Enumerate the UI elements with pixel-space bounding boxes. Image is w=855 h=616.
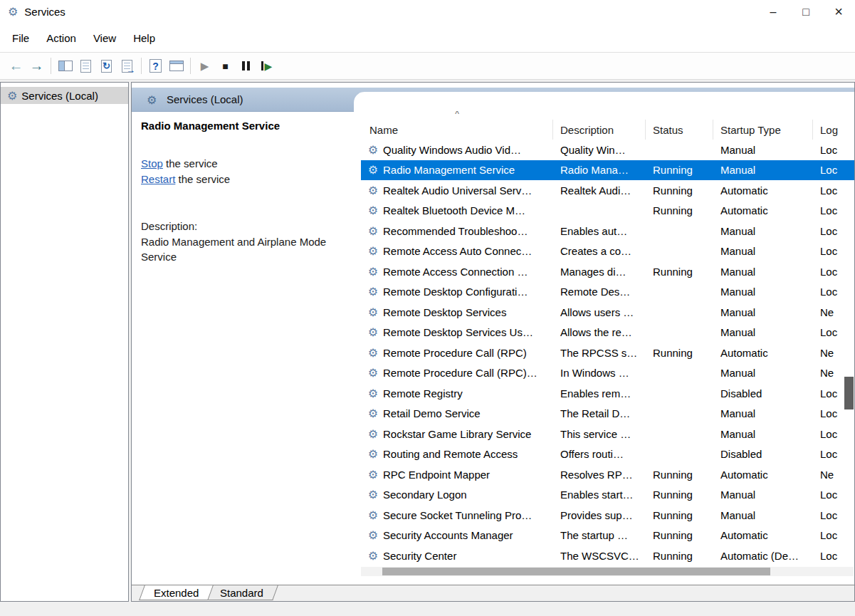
service-row[interactable]: ⚙Security CenterThe WSCSVC…RunningAutoma… (361, 545, 854, 566)
service-row[interactable]: ⚙Routing and Remote AccessOffers routi…D… (361, 444, 854, 465)
service-name: Remote Desktop Services Us… (383, 326, 533, 338)
service-row[interactable]: ⚙Remote RegistryEnables rem…DisabledLoc (361, 383, 854, 404)
service-description-cell: Allows the re… (553, 323, 646, 343)
stop-service-icon: ■ (222, 61, 228, 72)
forward-button[interactable]: → (26, 56, 47, 75)
service-gear-icon: ⚙ (367, 204, 379, 217)
stop-service-button[interactable]: ■ (215, 56, 236, 75)
service-row[interactable]: ⚙Remote Access Connection …Manages di…Ru… (361, 261, 854, 282)
service-name: Secondary Logon (383, 489, 467, 501)
menu-file[interactable]: File (4, 28, 38, 48)
column-header-startup-type[interactable]: Startup Type (713, 120, 813, 140)
column-header-status[interactable]: Status (646, 120, 713, 140)
horizontal-scrollbar-thumb[interactable] (382, 568, 770, 575)
service-name-cell: ⚙Secure Socket Tunneling Pro… (361, 505, 553, 526)
service-startup-type-cell: Manual (713, 241, 813, 262)
service-startup-type-cell: Automatic (713, 343, 813, 363)
export-list-button[interactable]: → (117, 56, 137, 75)
service-startup-type-cell: Manual (713, 323, 813, 343)
restart-service-suffix: the service (175, 173, 230, 185)
back-button[interactable]: ← (6, 56, 26, 75)
service-row[interactable]: ⚙Remote Procedure Call (RPC)…In Windows … (361, 363, 854, 384)
service-name-cell: ⚙Realtek Audio Universal Serv… (361, 180, 553, 201)
services-rows: ⚙Quality Windows Audio Vid…Quality Win…M… (361, 140, 854, 566)
pause-service-icon (242, 61, 250, 71)
restart-service-link[interactable]: Restart (141, 173, 175, 185)
service-startup-type-cell: Manual (713, 282, 813, 303)
refresh-button[interactable]: ↻ (96, 56, 117, 75)
menu-view[interactable]: View (85, 28, 125, 48)
service-row[interactable]: ⚙Quality Windows Audio Vid…Quality Win…M… (361, 140, 854, 160)
service-row[interactable]: ⚙Remote Access Auto Connec…Creates a co…… (361, 241, 854, 262)
service-name-cell: ⚙Recommended Troubleshoo… (361, 221, 553, 241)
customize-view-button[interactable] (166, 56, 187, 75)
service-startup-type-cell: Manual (713, 363, 813, 384)
service-description-cell: The RPCSS s… (553, 343, 646, 363)
stop-service-line: Stop the service (141, 156, 349, 172)
service-row[interactable]: ⚙Retail Demo ServiceThe Retail D…ManualL… (361, 404, 854, 424)
service-row[interactable]: ⚙Security Accounts ManagerThe startup …R… (361, 526, 854, 546)
service-gear-icon: ⚙ (367, 407, 379, 420)
forward-arrow-icon: → (30, 58, 44, 74)
service-name-cell: ⚙Security Accounts Manager (361, 526, 553, 546)
vertical-scrollbar-thumb[interactable] (844, 377, 854, 409)
service-row[interactable]: ⚙Radio Management ServiceRadio Mana…Runn… (361, 160, 854, 181)
service-gear-icon: ⚙ (367, 306, 379, 319)
pause-service-button[interactable] (236, 56, 256, 75)
description-text: Radio Management and Airplane Mode Servi… (141, 234, 332, 265)
service-row[interactable]: ⚙Remote Desktop ServicesAllows users …Ma… (361, 302, 854, 323)
service-description-cell: Realtek Audi… (553, 180, 646, 201)
service-status-cell: Running (646, 201, 713, 221)
maximize-button[interactable]: □ (790, 0, 822, 24)
column-header-log-on-as[interactable]: Log (813, 120, 854, 140)
minimize-button[interactable]: – (757, 0, 790, 24)
service-description-cell: Remote Des… (553, 282, 646, 303)
service-row[interactable]: ⚙RPC Endpoint MapperResolves RP…RunningA… (361, 464, 854, 485)
pane-header-title: Services (Local) (167, 93, 243, 105)
menu-action[interactable]: Action (38, 28, 85, 48)
restart-service-button[interactable]: ▶ (256, 56, 277, 75)
service-startup-type-cell: Automatic (713, 526, 813, 546)
tab-extended[interactable]: Extended (139, 585, 214, 600)
service-row[interactable]: ⚙Secondary LogonEnables start…RunningMan… (361, 485, 854, 506)
selected-service-title: Radio Management Service (141, 120, 349, 132)
tree-item-services-local[interactable]: ⚙ Services (Local) (1, 87, 128, 104)
service-name-cell: ⚙Realtek Bluetooth Device M… (361, 201, 553, 221)
service-log-on-as-cell: Loc (813, 282, 854, 303)
service-startup-type-cell: Manual (713, 261, 813, 282)
service-description-cell: Enables start… (553, 485, 646, 506)
service-row[interactable]: ⚙Recommended Troubleshoo…Enables aut…Man… (361, 221, 854, 241)
show-console-tree-button[interactable] (55, 56, 75, 75)
tab-standard-label: Standard (221, 587, 264, 599)
stop-service-link[interactable]: Stop (141, 157, 163, 169)
service-name-cell: ⚙Remote Desktop Configurati… (361, 282, 553, 303)
app-gear-icon: ⚙ (8, 5, 18, 19)
service-name: Security Accounts Manager (383, 529, 513, 541)
service-row[interactable]: ⚙Secure Socket Tunneling Pro…Provides su… (361, 505, 854, 526)
properties-button[interactable] (75, 56, 96, 75)
service-name: Remote Registry (383, 387, 463, 400)
service-name-cell: ⚙Remote Procedure Call (RPC) (361, 343, 553, 363)
help-button[interactable]: ? (145, 56, 166, 75)
service-row[interactable]: ⚙Realtek Bluetooth Device M…RunningAutom… (361, 201, 854, 221)
service-row[interactable]: ⚙Remote Desktop Configurati…Remote Des…M… (361, 282, 854, 303)
tab-standard[interactable]: Standard (206, 585, 279, 600)
service-name: Remote Access Connection … (383, 266, 528, 278)
service-name: Remote Desktop Services (383, 306, 506, 318)
column-header-description[interactable]: Description (553, 120, 646, 140)
service-row[interactable]: ⚙Rockstar Game Library ServiceThis servi… (361, 424, 854, 444)
service-row[interactable]: ⚙Realtek Audio Universal Serv…Realtek Au… (361, 180, 854, 201)
service-name: Quality Windows Audio Vid… (383, 144, 521, 156)
service-log-on-as-cell: Loc (813, 221, 854, 241)
start-service-button[interactable]: ▶ (194, 56, 215, 75)
service-log-on-as-cell: Loc (813, 261, 854, 282)
column-header-name[interactable]: Name (361, 120, 553, 140)
menu-help[interactable]: Help (125, 28, 164, 48)
service-status-cell (646, 424, 713, 444)
horizontal-scrollbar[interactable] (361, 567, 854, 576)
service-row[interactable]: ⚙Remote Desktop Services Us…Allows the r… (361, 323, 854, 343)
service-name: Realtek Audio Universal Serv… (383, 184, 532, 197)
service-row[interactable]: ⚙Remote Procedure Call (RPC)The RPCSS s…… (361, 343, 854, 363)
service-status-cell: Running (646, 464, 713, 485)
close-button[interactable]: × (822, 0, 855, 24)
